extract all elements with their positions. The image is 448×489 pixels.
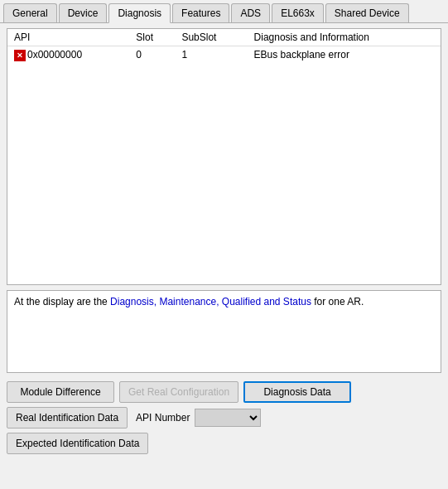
buttons-row-2: Real Identification Data API Number xyxy=(7,407,441,428)
api-number-select[interactable] xyxy=(195,409,261,427)
diagnosis-table: API Slot SubSlot Diagnosis and Informati… xyxy=(7,29,441,64)
subslot-cell: 1 xyxy=(175,46,247,64)
table-row: ✕0x0000000001EBus backplane error xyxy=(7,46,441,64)
col-slot: Slot xyxy=(129,29,175,46)
info-suffix: for one AR. xyxy=(311,296,364,307)
info-cell: EBus backplane error xyxy=(248,46,441,64)
col-info: Diagnosis and Information xyxy=(248,29,441,46)
tab-content: API Slot SubSlot Diagnosis and Informati… xyxy=(0,23,448,489)
tab-el663x[interactable]: EL663x xyxy=(272,3,324,22)
slot-cell: 0 xyxy=(129,46,175,64)
get-real-config-button: Get Real Configuration xyxy=(119,381,238,403)
error-icon: ✕ xyxy=(14,50,26,61)
diagnosis-data-button[interactable]: Diagnosis Data xyxy=(243,381,351,403)
api-number-label: API Number xyxy=(136,412,190,424)
api-cell: ✕0x00000000 xyxy=(7,46,129,64)
real-identification-button[interactable]: Real Identification Data xyxy=(7,407,128,428)
tab-device[interactable]: Device xyxy=(59,3,108,22)
info-prefix: At the display are the xyxy=(14,296,110,307)
tab-features[interactable]: Features xyxy=(172,3,229,22)
info-text-area: At the display are the Diagnosis, Mainte… xyxy=(7,290,441,373)
expected-identification-button[interactable]: Expected Identification Data xyxy=(7,433,148,454)
buttons-area: Module Difference Get Real Configuration… xyxy=(7,378,441,458)
col-subslot: SubSlot xyxy=(175,29,247,46)
tab-general[interactable]: General xyxy=(3,3,57,22)
buttons-row-1: Module Difference Get Real Configuration… xyxy=(7,381,441,403)
main-window: General Device Diagnosis Features ADS EL… xyxy=(0,0,448,489)
tab-diagnosis[interactable]: Diagnosis xyxy=(108,3,171,23)
col-api: API xyxy=(7,29,129,46)
tab-ads[interactable]: ADS xyxy=(231,3,270,22)
tab-shared-device[interactable]: Shared Device xyxy=(325,3,409,22)
buttons-row-3: Expected Identification Data xyxy=(7,433,441,454)
info-highlighted: Diagnosis, Maintenance, Qualified and St… xyxy=(110,296,311,307)
tab-bar: General Device Diagnosis Features ADS EL… xyxy=(0,0,448,23)
module-difference-button[interactable]: Module Difference xyxy=(7,381,114,403)
diagnosis-table-container: API Slot SubSlot Diagnosis and Informati… xyxy=(7,28,441,285)
